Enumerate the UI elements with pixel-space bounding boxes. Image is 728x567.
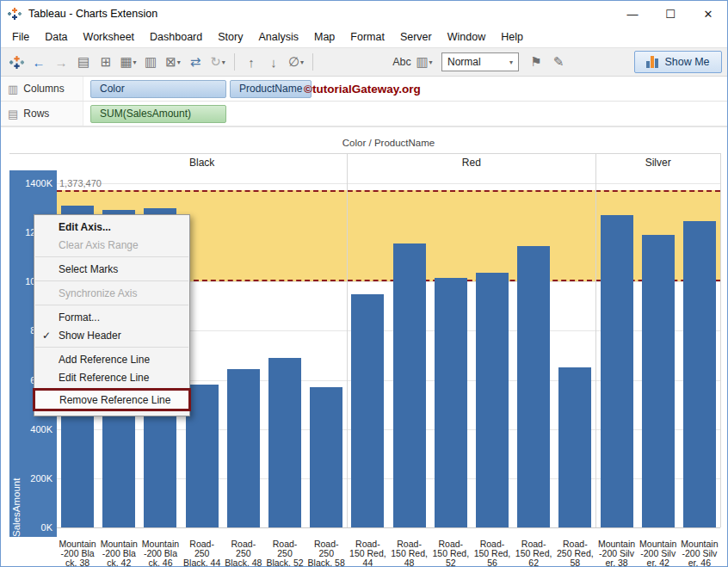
bar[interactable] — [517, 246, 550, 527]
bar[interactable] — [601, 215, 633, 527]
rows-shelf[interactable]: ▤ Rows SUM(SalesAmount) — [1, 102, 727, 126]
menu-analysis[interactable]: Analysis — [250, 28, 306, 46]
save-icon[interactable]: ▤ — [73, 52, 94, 72]
sort-descending-icon[interactable]: ↓ — [263, 52, 284, 72]
highlight-icon[interactable]: ✎ — [548, 52, 569, 72]
x-axis-label: Mountain-200 Black, 42 — [98, 539, 139, 567]
menu-window[interactable]: Window — [440, 28, 493, 46]
title-bar: Tableau - Charts Extension — ☐ ✕ — [1, 1, 727, 27]
menu-file[interactable]: File — [4, 28, 37, 46]
menu-bar: FileDataWorksheetDashboardStoryAnalysisM… — [1, 27, 727, 47]
chevron-down-icon: ▾ — [177, 59, 181, 66]
tableau-logo-icon — [8, 7, 22, 21]
bar[interactable] — [642, 235, 675, 527]
column-header-red: Red — [347, 154, 595, 170]
menu-worksheet[interactable]: Worksheet — [76, 28, 143, 46]
context-item-format[interactable]: Format... — [34, 308, 189, 326]
bar[interactable] — [268, 358, 301, 527]
redo-icon[interactable]: → — [51, 52, 71, 72]
menu-separator — [35, 347, 188, 348]
bar[interactable] — [393, 243, 426, 527]
context-item-select-marks[interactable]: Select Marks — [34, 260, 189, 278]
pane-title: Color / ProductName — [57, 138, 720, 148]
context-item-add-reference-line[interactable]: Add Reference Line — [34, 350, 189, 368]
y-axis-title: SalesAmount — [11, 170, 22, 537]
context-item-label: Clear Axis Range — [59, 239, 139, 251]
context-item-label: Select Marks — [59, 263, 118, 275]
columns-pill-area: ColorProductName — [83, 80, 312, 98]
chevron-down-icon: ▾ — [429, 59, 433, 66]
context-item-synchronize-axis: Synchronize Axis — [34, 284, 189, 302]
watermark: ©tutorialGateway.org — [304, 83, 421, 96]
context-item-label: Edit Axis... — [59, 221, 111, 233]
bar[interactable] — [435, 278, 467, 527]
chevron-down-icon: ▾ — [509, 59, 513, 66]
x-axis-label: Road-250Black, 48 — [223, 539, 264, 567]
bar[interactable] — [310, 387, 342, 527]
bar[interactable] — [558, 367, 591, 527]
rows-pill-area: SUM(SalesAmount) — [83, 105, 226, 123]
y-tick-label: 1400K — [25, 178, 52, 188]
new-worksheet-icon[interactable]: ▦▾ — [118, 52, 139, 72]
menu-separator — [35, 280, 188, 281]
rows-shelf-label: Rows — [23, 108, 49, 120]
pill-color[interactable]: Color — [90, 80, 226, 98]
window-title: Tableau - Charts Extension — [28, 8, 157, 20]
add-data-source-icon[interactable]: ⊞ — [96, 52, 116, 72]
gridline — [57, 183, 720, 184]
maximize-button[interactable]: ☐ — [651, 1, 689, 27]
bar[interactable] — [227, 369, 260, 527]
swap-rows-columns-icon[interactable]: ⇄ — [185, 52, 206, 72]
context-item-edit-axis[interactable]: Edit Axis... — [34, 218, 189, 236]
context-item-remove-reference-line[interactable]: Remove Reference Line — [35, 391, 188, 409]
context-item-label: Add Reference Line — [59, 354, 150, 366]
menu-format[interactable]: Format — [342, 28, 392, 46]
sort-ascending-icon[interactable]: ↑ — [241, 52, 262, 72]
bar[interactable] — [476, 273, 509, 527]
context-item-label: Remove Reference Line — [59, 394, 170, 406]
clear-sheet-icon[interactable]: ⊠▾ — [163, 52, 183, 72]
menu-map[interactable]: Map — [306, 28, 342, 46]
x-axis-label: Mountain-200 Silver, 42 — [638, 539, 679, 567]
x-axis-label: Road-250Black, 58 — [305, 539, 347, 567]
pill-sum-salesamount[interactable]: SUM(SalesAmount) — [90, 105, 226, 123]
show-me-button[interactable]: Show Me — [634, 51, 722, 73]
x-axis-label: Mountain-200 Black, 38 — [57, 539, 98, 567]
pill-productname[interactable]: ProductName — [230, 80, 312, 98]
undo-icon[interactable]: ← — [28, 52, 49, 72]
duplicate-sheet-icon[interactable]: ▥ — [140, 52, 161, 72]
menu-story[interactable]: Story — [210, 28, 250, 46]
menu-data[interactable]: Data — [37, 28, 75, 46]
chart-area: Color / ProductName BlackRedSilver Sales… — [1, 126, 728, 567]
context-item-label: Show Header — [59, 330, 121, 342]
chevron-down-icon: ▾ — [300, 59, 304, 66]
y-tick-label: 0K — [41, 522, 52, 533]
context-item-show-header[interactable]: ✓Show Header — [34, 326, 189, 344]
bar[interactable] — [351, 294, 384, 527]
show-mark-labels-icon[interactable]: Abc — [392, 52, 412, 72]
toolbar-separator — [312, 53, 313, 71]
pin-icon[interactable]: ⚑ — [526, 52, 546, 72]
columns-shelf[interactable]: ▥ Columns ColorProductName ©tutorialGate… — [1, 77, 727, 102]
context-item-label: Format... — [59, 311, 100, 324]
refresh-icon[interactable]: ↻▾ — [207, 52, 228, 72]
close-button[interactable]: ✕ — [689, 1, 727, 27]
menu-dashboard[interactable]: Dashboard — [142, 28, 210, 46]
menu-help[interactable]: Help — [493, 28, 531, 46]
tableau-logo-icon[interactable] — [6, 52, 27, 72]
fit-selector[interactable]: Normal ▾ — [441, 52, 519, 71]
show-me-bars-icon — [646, 56, 658, 68]
rows-shelf-icon: ▤ — [8, 108, 18, 120]
highlight-callout: Remove Reference Line — [33, 388, 191, 411]
fit-selector-value: Normal — [447, 56, 481, 68]
pane-divider — [595, 153, 596, 527]
fit-view-icon[interactable]: ▥▾ — [414, 52, 435, 72]
pane-divider — [347, 153, 348, 527]
minimize-button[interactable]: — — [614, 1, 651, 27]
gridline — [57, 527, 720, 528]
context-item-edit-reference-line[interactable]: Edit Reference Line — [34, 368, 189, 386]
group-members-icon[interactable]: ∅▾ — [286, 52, 306, 72]
menu-server[interactable]: Server — [392, 28, 440, 46]
bar[interactable] — [683, 221, 716, 527]
toolbar-icons: ←→▤⊞▦▾▥⊠▾⇄↻▾↑↓∅▾Abc▥▾ — [6, 52, 435, 72]
